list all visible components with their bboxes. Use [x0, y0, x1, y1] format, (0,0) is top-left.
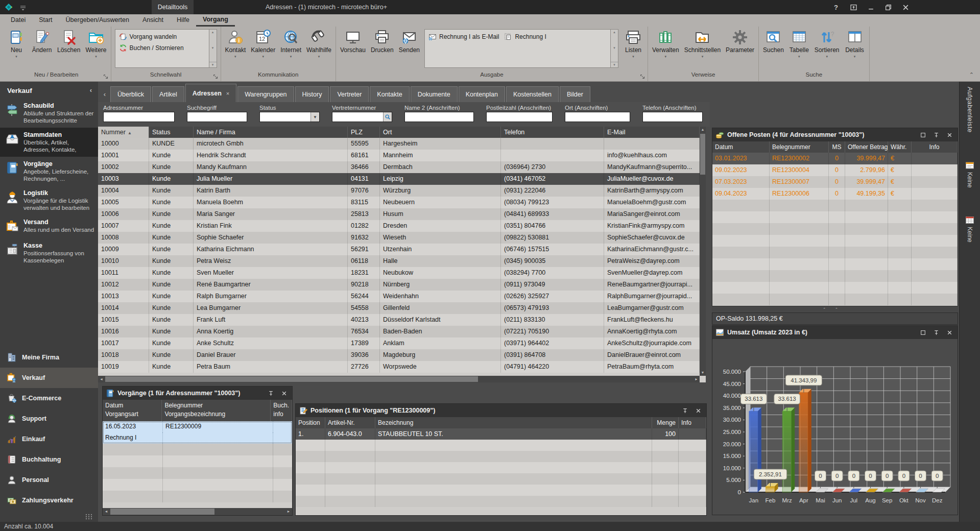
ort-anschriften-input[interactable] — [565, 112, 630, 122]
column-header-ms[interactable]: MS — [829, 141, 845, 153]
dialog-launcher-icon[interactable] — [640, 74, 646, 79]
column-header-status[interactable]: Status — [149, 127, 194, 138]
table-row[interactable]: 10003KundeJulia Mueller04131Leipzig(0341… — [98, 173, 700, 185]
column-header-name-firma[interactable]: Name / Firma — [194, 127, 348, 138]
task-entry[interactable]: Keine — [965, 161, 974, 188]
tab-history[interactable]: History — [295, 86, 329, 102]
close-icon[interactable] — [944, 130, 954, 139]
scroll-down-icon[interactable]: ▼ — [211, 46, 214, 50]
aendern-button[interactable]: Ändern — [29, 28, 55, 70]
scroll-up-icon[interactable]: ▲ — [211, 31, 214, 34]
table-row[interactable]: 10004KundeKatrin Barth97076Würzburg(0931… — [98, 185, 700, 197]
module-buchhaltung[interactable]: Buchhaltung — [0, 449, 98, 470]
table-row[interactable]: 10005KundeManuela Boehm83115Neubeuern(08… — [98, 197, 700, 208]
expand-icon[interactable]: ▼ — [611, 62, 618, 66]
module-einkauf[interactable]: Einkauf — [0, 429, 98, 449]
senden-button[interactable]: Senden — [396, 28, 422, 70]
close-icon[interactable] — [279, 389, 289, 398]
module-zahlungsverkehr[interactable]: Zahlungsverkehr — [0, 490, 98, 511]
op-row[interactable]: 03.01.2023RE12300002039.999,47€ — [712, 153, 958, 164]
weitere-button[interactable]: Weitere▾ — [83, 28, 109, 70]
column-header-buch[interactable]: Buch.info — [271, 400, 292, 421]
module-personal[interactable]: Personal — [0, 470, 98, 490]
column-header-nummer[interactable]: Nummer▲ — [98, 127, 149, 138]
module-support[interactable]: Support — [0, 408, 98, 429]
tab-scroll-left-icon[interactable]: ‹ — [99, 86, 110, 102]
menu-item-ansicht[interactable]: Ansicht — [136, 14, 170, 27]
telefon-anschriften-input[interactable] — [643, 112, 702, 122]
loeschen-button[interactable]: Löschen — [55, 28, 83, 70]
context-tab-detailtools[interactable]: Detailtools — [152, 0, 194, 14]
table-row[interactable]: 10010KundePetra Weisz06118Halle(0345) 90… — [98, 255, 700, 267]
quick-item-rechnung-i-als-e-mail[interactable]: Rechnung I als E-Mail — [426, 31, 501, 42]
minimize-button[interactable] — [862, 0, 879, 14]
position-row[interactable]: 1.6.904-043.0STAUBBEUTEL 10 ST.100 — [296, 428, 706, 440]
menu-item-datei[interactable]: Datei — [4, 14, 32, 27]
quick-item-buchen-stornieren[interactable]: Buchen / Stornieren — [116, 42, 208, 54]
listen-button[interactable]: Listen▾ — [620, 28, 646, 70]
listbox-scrollbar[interactable]: ▲▼▼ — [610, 30, 618, 67]
column-header-belegnummer[interactable]: BelegnummerVorgangsbezeichnung — [162, 400, 271, 421]
pin-icon[interactable] — [931, 328, 941, 337]
sidebar-item-kasse[interactable]: KassePositionserfassung von Kassenbelege… — [0, 238, 98, 268]
panel-splitter[interactable]: ⌃⌃ — [712, 307, 958, 312]
column-header-position[interactable]: Position — [296, 417, 325, 428]
sidebar-item-vorgaenge[interactable]: VorgängeAngebote, Lieferscheine, Rechnun… — [0, 157, 98, 186]
scrollbar-thumb[interactable] — [105, 376, 478, 382]
tab-ueberblick[interactable]: Überblick — [110, 86, 151, 102]
verwalten-button[interactable]: Verwalten▾ — [650, 28, 682, 70]
sidebar-item-versand[interactable]: VersandAlles rund um den Versand — [0, 215, 98, 238]
column-header-e-mail[interactable]: E-Mail — [604, 127, 700, 138]
tab-bilder[interactable]: Bilder — [560, 86, 590, 102]
menu-item-start[interactable]: Start — [32, 14, 59, 27]
column-header-ort[interactable]: Ort — [380, 127, 501, 138]
task-entry[interactable]: Keine — [965, 216, 974, 243]
tab-artikel[interactable]: Artikel — [152, 86, 184, 102]
menu-item-vorgang[interactable]: Vorgang — [196, 14, 235, 27]
suchen-button[interactable]: Suchen — [760, 28, 786, 70]
internet-button[interactable]: Internet▾ — [278, 28, 304, 70]
column-header-datum[interactable]: Datum — [712, 141, 770, 153]
column-header-waehr[interactable]: Währ. — [888, 141, 912, 153]
close-icon[interactable] — [944, 328, 954, 337]
tab-close-icon[interactable]: × — [226, 84, 229, 103]
tabelle-button[interactable]: Tabelle▾ — [786, 28, 812, 70]
op-row[interactable]: 09.02.2023RE1230000402.799,96€ — [712, 164, 958, 176]
quick-item-rechnung-i[interactable]: Rechnung I — [501, 31, 548, 42]
scroll-right-icon[interactable]: ► — [693, 376, 700, 382]
sidebar-item-schaubild[interactable]: SchaubildAbläufe und Strukturen der Bear… — [0, 99, 98, 128]
chevron-down-icon[interactable]: ▼ — [310, 112, 319, 122]
table-row[interactable]: 10012KundeRené Baumgartner90218Nürnberg(… — [98, 279, 700, 291]
vertical-scrollbar[interactable]: ▲ ▼ — [700, 127, 706, 376]
table-row[interactable]: 10001KundeHendrik Schrandt68161Mannheimi… — [98, 150, 700, 161]
sidebar-collapse-icon[interactable]: ‹ — [90, 86, 92, 94]
aufgabenleiste-strip[interactable]: Aufgabenleiste KeineKeine — [959, 82, 980, 522]
vorschau-button[interactable]: Vorschau — [338, 28, 368, 70]
table-row[interactable]: 10013KundeRalph Bumgarner56244Weidenhahn… — [98, 291, 700, 302]
table-row[interactable]: 10000KUNDEmicrotech Gmbh55595Hargesheim — [98, 138, 700, 150]
table-row[interactable]: 10009KundeKatharina Eichmann56291Utzenha… — [98, 244, 700, 255]
table-row[interactable]: 10018KundeDaniel Brauer39036Magdeburg(03… — [98, 349, 700, 361]
panel-toggle-button[interactable] — [845, 0, 862, 14]
pin-icon[interactable] — [680, 406, 690, 415]
scroll-down-icon[interactable]: ▼ — [613, 46, 616, 50]
schnittstellen-button[interactable]: Schnittstellen▾ — [682, 28, 723, 70]
tab-dokumente[interactable]: Dokumente — [411, 86, 458, 102]
column-header-belegnummer[interactable]: Belegnummer — [770, 141, 829, 153]
maximize-icon[interactable] — [918, 130, 928, 139]
tab-vertreter[interactable]: Vertreter — [330, 86, 369, 102]
sidebar-item-logistik[interactable]: LogistikVorgänge für die Logistik verwal… — [0, 186, 98, 215]
ribbon-collapse-icon[interactable]: ⌃ — [969, 71, 974, 78]
scrollbar-thumb[interactable] — [700, 134, 705, 175]
tab-adressen[interactable]: Adressen× — [185, 84, 236, 102]
dialog-launcher-icon[interactable] — [213, 74, 219, 79]
details-button[interactable]: Details▾ — [842, 28, 868, 70]
column-header-plz[interactable]: PLZ — [348, 127, 380, 138]
table-row[interactable]: 10019KundePetra Baum27726Worpswede(04791… — [98, 361, 700, 373]
sidebar-item-stammdaten[interactable]: StammdatenÜberblick, Artikel, Adressen, … — [0, 128, 98, 157]
table-row[interactable]: 10008KundeSophie Schaefer91632Wieseth(09… — [98, 232, 700, 244]
module-meine-firma[interactable]: Meine Firma — [0, 347, 98, 368]
maximize-icon[interactable] — [918, 328, 928, 337]
vertreternummer-input[interactable] — [332, 112, 383, 122]
column-header-artikel-nr[interactable]: Artikel-Nr. — [325, 417, 375, 428]
